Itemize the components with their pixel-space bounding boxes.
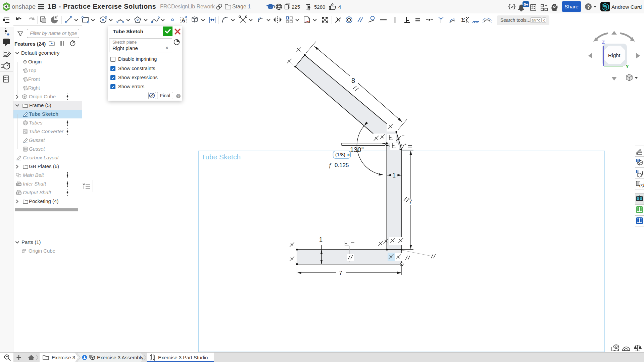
svg-text:Right: Right [608,52,621,58]
svg-text:7: 7 [339,270,342,276]
svg-text:Z: Z [602,39,605,45]
svg-text:1: 1 [392,172,396,179]
svg-text:onshape: onshape [12,3,36,10]
svg-text:?: ? [587,4,590,10]
svg-text:7: 7 [409,199,412,205]
svg-text:0.125: 0.125 [335,162,349,168]
svg-text:f: f [329,162,332,168]
svg-text:Tube Sketch: Tube Sketch [201,153,241,161]
svg-text:DXF: DXF [305,20,310,23]
svg-text:9+: 9+ [524,2,528,7]
svg-text:8: 8 [351,77,355,84]
svg-text:Σ: Σ [461,16,465,23]
svg-text:1: 1 [319,236,323,243]
svg-text:(x): (x) [639,183,644,188]
svg-text:(1/8) in: (1/8) in [335,152,350,157]
svg-text:130°: 130° [350,146,364,153]
svg-text:A: A [182,17,185,23]
svg-text:Y: Y [626,63,629,69]
